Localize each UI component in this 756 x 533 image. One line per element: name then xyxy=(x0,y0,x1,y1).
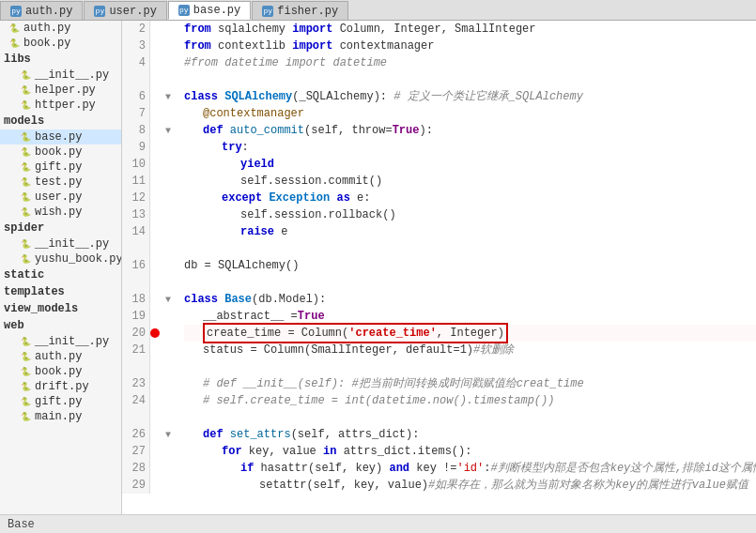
sidebar-item-gift[interactable]: 🐍 gift.py xyxy=(0,160,121,175)
tab-base-py[interactable]: py base.py xyxy=(168,1,251,20)
file-icon-libs-init: 🐍 xyxy=(19,69,32,82)
fold-12 xyxy=(165,190,178,206)
fold-6[interactable]: ▼ xyxy=(165,88,178,105)
params-26: (self, attrs_dict): xyxy=(291,426,420,443)
ln-22 xyxy=(126,358,146,375)
tab-auth-py[interactable]: py auth.py xyxy=(0,1,83,20)
comma-20: , xyxy=(437,327,450,340)
sidebar-item-wish[interactable]: 🐍 wish.py xyxy=(0,205,121,220)
sidebar-item-helper[interactable]: 🐍 helper.py xyxy=(0,83,121,98)
sidebar-group-libs[interactable]: libs xyxy=(0,51,121,68)
file-icon-gift: 🐍 xyxy=(19,160,32,174)
fold-23 xyxy=(165,375,178,392)
sidebar-item-drift[interactable]: 🐍 drift.py xyxy=(0,379,121,394)
bp-28 xyxy=(150,460,165,477)
ln-25 xyxy=(126,409,146,426)
fold-26[interactable]: ▼ xyxy=(165,426,178,443)
sidebar-item-web-init[interactable]: 🐍 __init__.py xyxy=(0,334,121,349)
sidebar-label-helper: helper.py xyxy=(35,84,96,97)
code-editor[interactable]: 2 3 4 6 7 8 9 10 11 12 13 14 16 18 19 20… xyxy=(122,21,756,514)
sidebar-item-spider-init[interactable]: 🐍 __init__.py xyxy=(0,236,121,251)
kw-for-27: for xyxy=(222,443,242,460)
sidebar-item-libs-init[interactable]: 🐍 __init__.py xyxy=(0,68,121,83)
code-line-6: class SQLAlchemy(_SQLAlchemy): # 定义一个类让它… xyxy=(184,88,756,105)
code-line-18: class Base(db.Model): xyxy=(184,291,756,308)
sidebar[interactable]: 🐍 auth.py 🐍 book.py libs 🐍 __init__.py 🐍… xyxy=(0,21,122,514)
sidebar-group-view-models[interactable]: view_models xyxy=(0,300,121,317)
tab-fisher-py[interactable]: py fisher.py xyxy=(252,1,348,20)
fold-15 xyxy=(165,240,178,257)
code-line-23: # def __init__(self): #把当前时间转换成时间戳赋值给cre… xyxy=(184,375,756,392)
closeparen-8: ): xyxy=(419,122,432,139)
bp-11 xyxy=(150,173,165,190)
bp-15 xyxy=(150,240,165,257)
fold-10 xyxy=(165,156,178,173)
code-line-26: def set_attrs(self, attrs_dict): xyxy=(184,426,756,443)
code-line-21: status = Column(SmallInteger, default=1)… xyxy=(184,342,756,358)
ln-10: 10 xyxy=(126,156,146,173)
fold-13 xyxy=(165,206,178,223)
file-icon-web-auth: 🐍 xyxy=(19,350,32,363)
file-icon-web-book: 🐍 xyxy=(19,365,32,378)
ln-9: 9 xyxy=(126,139,146,156)
file-icon-spider-init: 🐍 xyxy=(19,237,32,251)
fold-9 xyxy=(165,139,178,156)
kw-if-28: if xyxy=(240,460,254,477)
fold-27 xyxy=(165,443,178,460)
sidebar-item-web-book[interactable]: 🐍 book.py xyxy=(0,364,121,379)
sidebar-item-models-book[interactable]: 🐍 book.py xyxy=(0,145,121,160)
fold-16 xyxy=(165,257,178,274)
kw-import-2: import xyxy=(292,21,332,38)
fold-5 xyxy=(165,71,178,88)
sidebar-item-web-auth[interactable]: 🐍 auth.py xyxy=(0,349,121,364)
code-line-13: self.session.rollback() xyxy=(184,206,756,223)
file-icon-web-init: 🐍 xyxy=(19,335,32,348)
code-line-14: raise e xyxy=(184,223,756,240)
fold-21 xyxy=(165,342,178,358)
str-create-time: 'create_time' xyxy=(348,327,437,340)
fn-auto-commit: auto_commit xyxy=(230,122,304,139)
sidebar-group-web[interactable]: web xyxy=(0,317,121,334)
closeparen-20: ) xyxy=(498,327,504,340)
sidebar-item-yushu-book[interactable]: 🐍 yushu_book.py xyxy=(0,251,121,266)
sidebar-item-test[interactable]: 🐍 test.py xyxy=(0,175,121,190)
sidebar-item-main[interactable]: 🐍 main.py xyxy=(0,409,121,424)
sidebar-item-auth-py[interactable]: 🐍 auth.py xyxy=(0,21,121,36)
ln-15 xyxy=(126,240,146,257)
bp-23 xyxy=(150,375,165,392)
sidebar-item-user[interactable]: 🐍 user.py xyxy=(0,190,121,205)
fold-18[interactable]: ▼ xyxy=(165,291,178,308)
code-line-5 xyxy=(184,71,756,88)
sidebar-group-templates[interactable]: templates xyxy=(0,283,121,300)
sidebar-item-web-gift[interactable]: 🐍 gift.py xyxy=(0,394,121,409)
sidebar-item-base-py[interactable]: 🐍 base.py xyxy=(0,129,121,145)
tab-label-user: user.py xyxy=(109,5,156,18)
kw-and-28: and xyxy=(389,460,409,477)
file-icon-base: 🐍 xyxy=(19,130,32,144)
main-content: 🐍 auth.py 🐍 book.py libs 🐍 __init__.py 🐍… xyxy=(0,21,756,514)
tab-user-py[interactable]: py user.py xyxy=(84,1,166,20)
kw-true-8: True xyxy=(393,122,420,139)
ln-13: 13 xyxy=(126,206,146,223)
cond-28: key != xyxy=(416,460,456,477)
bp-7 xyxy=(150,105,165,122)
imports-3: contextmanager xyxy=(340,38,435,54)
status-label: Base xyxy=(8,518,35,531)
kw-class-18: class xyxy=(184,291,218,308)
sidebar-group-spider[interactable]: spider xyxy=(0,220,121,236)
sidebar-label-models-book: book.py xyxy=(35,145,82,159)
sidebar-label-main: main.py xyxy=(35,410,82,423)
tab-label-auth: auth.py xyxy=(25,5,72,18)
code-28: hasattr(self, key) xyxy=(261,460,383,477)
sidebar-item-book-py[interactable]: 🐍 book.py xyxy=(0,36,121,51)
sidebar-group-static[interactable]: static xyxy=(0,266,121,283)
code-line-25 xyxy=(184,409,756,426)
file-icon-test: 🐍 xyxy=(19,175,32,189)
code-line-3: from contextlib import contextmanager xyxy=(184,38,756,54)
fold-8[interactable]: ▼ xyxy=(165,122,178,139)
code-line-8: def auto_commit(self, throw=True): xyxy=(184,122,756,139)
sidebar-item-httper[interactable]: 🐍 httper.py xyxy=(0,98,121,113)
sidebar-group-models[interactable]: models xyxy=(0,113,121,129)
kw-except-12: except xyxy=(222,190,262,206)
code-11: self.session.commit() xyxy=(240,173,382,190)
